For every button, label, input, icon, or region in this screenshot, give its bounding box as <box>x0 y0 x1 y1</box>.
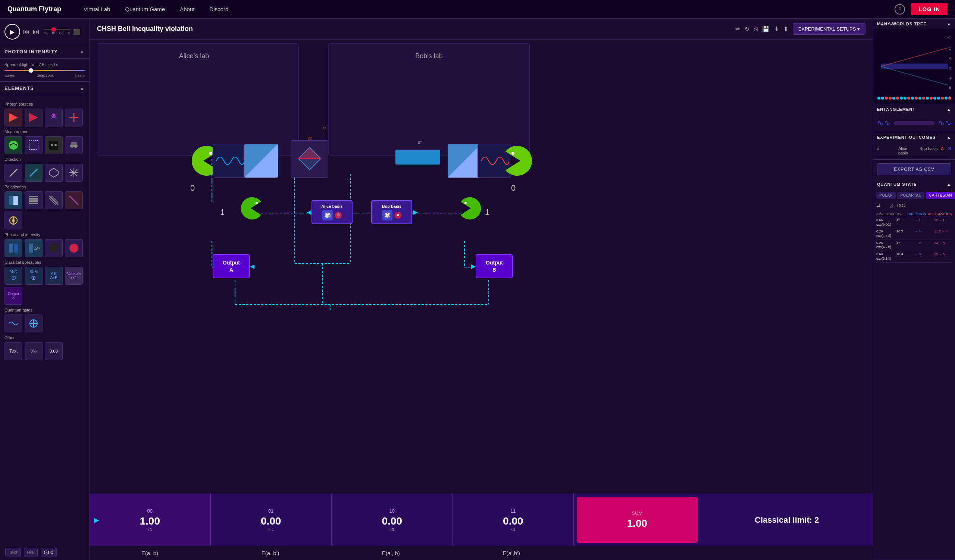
svg-point-82 <box>889 97 892 100</box>
elem-source-3[interactable] <box>45 109 63 127</box>
alice-mid-source[interactable] <box>239 196 263 221</box>
elem-pol-4[interactable] <box>65 191 83 209</box>
alice-h-bar[interactable] <box>395 150 440 164</box>
svg-line-32 <box>69 196 78 205</box>
svg-text:2: 2 <box>949 56 951 60</box>
download-icon[interactable]: ⬇ <box>774 25 779 33</box>
elem-ab[interactable]: A BA+B <box>45 267 63 285</box>
elem-phase-1[interactable] <box>5 239 22 257</box>
alice-wave[interactable] <box>213 144 246 178</box>
elem-dir-3[interactable] <box>45 164 63 182</box>
e-ab: E(a, b) <box>89 550 210 556</box>
experimental-setups-button[interactable]: EXPERIMENTAL SETUPS ▾ <box>793 23 866 35</box>
login-button[interactable]: LOG IN <box>911 3 947 15</box>
alice-basis-node[interactable]: Alice basis 🎲 ✕ <box>312 200 352 224</box>
state-row-2: 0.26 exp(1.57i) |10 3 → V 11 2 → H <box>876 228 952 239</box>
elem-pol-3[interactable] <box>45 191 63 209</box>
elem-q1[interactable] <box>5 314 22 332</box>
experimental-setups-label: EXPERIMENTAL SETUPS ▾ <box>798 26 860 32</box>
bob-basis-node[interactable]: Bob basis 🎲 ✕ <box>371 200 412 224</box>
entanglement-section: ENTANGLEMENT ▲ ∿∿ ∿∿ <box>873 104 955 132</box>
category-photon-sources: Photon sources <box>5 102 85 106</box>
tab-cartesian[interactable]: CARTESIAN <box>926 192 955 199</box>
bob-source[interactable] <box>504 144 537 178</box>
elem-measure-1[interactable] <box>5 136 22 154</box>
e-a-prime-b: E(a', b) <box>330 550 451 556</box>
result-cell-00: 00 1.00 ×1 ▶ <box>89 494 211 546</box>
output-b[interactable]: OutputB <box>476 254 513 278</box>
elem-measure-3[interactable] <box>45 136 63 154</box>
nav-virtual-lab[interactable]: Virtual Lab <box>83 6 110 12</box>
elem-output[interactable]: Output✕ <box>5 287 22 305</box>
prev-button[interactable]: ⏮ <box>23 28 30 36</box>
result-code-sum: SUM <box>632 510 642 516</box>
nav-discord[interactable]: Discord <box>209 6 228 12</box>
copy-icon[interactable]: ⎘ <box>754 26 758 33</box>
elem-dir-4[interactable] <box>65 164 83 182</box>
elem-laser-red[interactable] <box>5 109 22 127</box>
col-hash: # <box>877 146 895 155</box>
arrows-icon-2[interactable]: ↕ <box>884 203 886 208</box>
svg-text:Alice's lab: Alice's lab <box>179 52 209 60</box>
edit-icon[interactable]: ✏ <box>735 25 740 33</box>
output-a[interactable]: OutputA <box>213 254 250 278</box>
tab-polar[interactable]: POLAR <box>876 192 896 199</box>
elem-pol-2[interactable] <box>25 191 42 209</box>
svg-text:-1: -1 <box>948 36 951 39</box>
bob-mid-source[interactable] <box>459 196 483 221</box>
left-sidebar: ▶ ⏮ ⏭ ×1 10 100 ∞ ⬛ PHOTON INTENSITY ▲ <box>0 19 89 560</box>
elem-percent[interactable]: 0% <box>25 342 42 360</box>
speed-slider[interactable]: ×1 10 100 ∞ <box>44 29 70 35</box>
stop-button[interactable]: ⬛ <box>73 28 81 36</box>
intensity-slider[interactable] <box>5 70 85 71</box>
elem-text[interactable]: Text <box>5 342 22 360</box>
result-mult-00: ×1 <box>147 527 152 532</box>
upload-icon[interactable]: ⬆ <box>783 25 788 33</box>
next-button[interactable]: ⏭ <box>33 28 39 36</box>
polarization-grid <box>5 191 85 230</box>
help-icon[interactable]: ? <box>895 4 905 14</box>
svg-point-9 <box>51 144 53 146</box>
elem-number[interactable]: 0.00 <box>45 342 63 360</box>
elements-header[interactable]: ELEMENTS ▲ <box>0 82 89 95</box>
state-data: AMPLITUDE XY DIRECTION POLARIZATION 0.66… <box>873 210 955 264</box>
nav-quantum-game[interactable]: Quantum Game <box>125 6 165 12</box>
result-cell-11: 11 0.00 ×1 <box>453 494 574 546</box>
svg-point-92 <box>926 97 929 100</box>
elem-phase-3[interactable] <box>45 239 63 257</box>
play-button[interactable]: ▶ <box>5 24 20 39</box>
elem-source-4[interactable] <box>65 109 83 127</box>
refresh-icon[interactable]: ↻ <box>745 25 750 33</box>
entanglement-bar <box>894 121 935 125</box>
elem-pol-1[interactable] <box>5 191 22 209</box>
pol-4: 23 → V <box>934 252 952 261</box>
center-area: CHSH Bell inequality violation ✏ ↻ ⎘ 💾 ⬇… <box>89 19 873 560</box>
tab-polartau[interactable]: POLARTAU <box>897 192 924 199</box>
elem-pol-5[interactable] <box>5 211 22 230</box>
ratio-icon[interactable]: ⊿ <box>889 203 894 208</box>
elem-var[interactable]: Variable⊙ 1 <box>65 267 83 285</box>
elem-laser-dark[interactable] <box>25 109 42 127</box>
nav-about[interactable]: About <box>180 6 194 12</box>
save-icon[interactable]: 💾 <box>762 25 770 33</box>
elem-sum[interactable]: SUM⊕ <box>25 267 42 285</box>
elem-measure-4[interactable] <box>65 136 83 154</box>
arrows-icon[interactable]: ⇄ <box>876 203 881 208</box>
elem-measure-2[interactable] <box>25 136 42 154</box>
elem-phase-4[interactable] <box>65 239 83 257</box>
alice-crystal[interactable]: 22 <box>291 140 328 178</box>
alice-beam-splitter[interactable] <box>244 144 278 178</box>
xy-2: |10 3 <box>896 230 914 238</box>
svg-point-79 <box>877 97 880 100</box>
elem-and[interactable]: AND⊙ <box>5 267 22 285</box>
elem-q2[interactable] <box>25 314 42 332</box>
elem-dir-1[interactable] <box>5 164 22 182</box>
rotate-icon[interactable]: ↺↻ <box>897 203 906 208</box>
photon-intensity-header[interactable]: PHOTON INTENSITY ▲ <box>0 45 89 59</box>
bob-count-mid: 1 <box>485 207 490 217</box>
elem-phase-2[interactable]: ΔΦ <box>25 239 42 257</box>
export-csv-button[interactable]: EXPORT AS CSV <box>877 163 951 175</box>
elem-dir-2[interactable] <box>25 164 42 182</box>
bob-beam-splitter[interactable] <box>448 144 481 178</box>
header-xy: XY <box>897 212 906 216</box>
